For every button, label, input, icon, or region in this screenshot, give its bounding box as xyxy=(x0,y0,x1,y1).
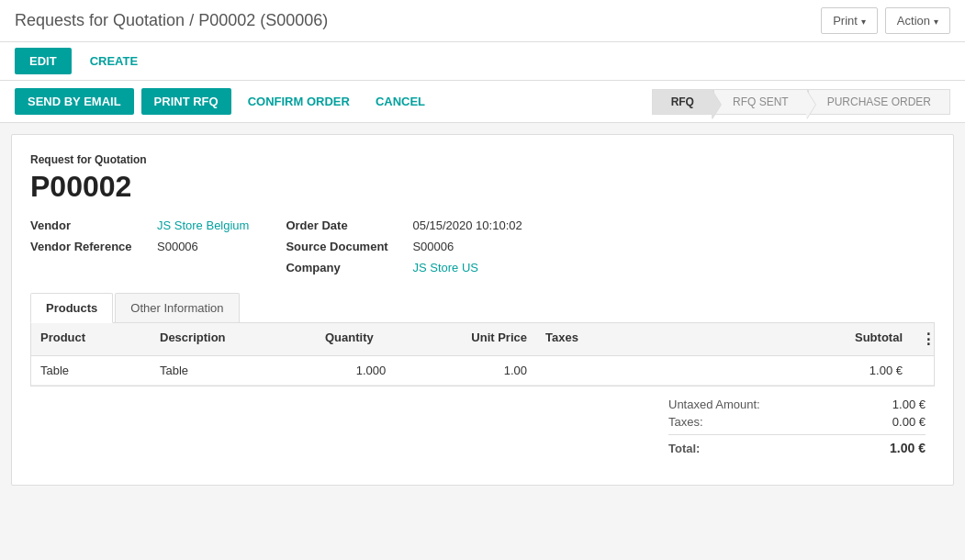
products-table: Product Description Quantity Unit Price … xyxy=(30,323,935,386)
document-type-label: Request for Quotation xyxy=(30,153,935,166)
col-taxes: Taxes xyxy=(536,323,628,355)
confirm-order-button[interactable]: CONFIRM ORDER xyxy=(239,88,359,115)
edit-button[interactable]: EDIT xyxy=(15,48,72,74)
fields-right: Order Date 05/15/2020 10:10:02 Source Do… xyxy=(286,218,522,274)
vendor-field: Vendor JS Store Belgium xyxy=(30,218,249,232)
vendor-label: Vendor xyxy=(30,218,150,232)
action-chevron-icon xyxy=(934,14,938,28)
order-date-value: 05/15/2020 10:10:02 xyxy=(412,218,522,232)
source-document-field: Source Document S00006 xyxy=(286,240,522,253)
source-document-label: Source Document xyxy=(286,240,405,253)
tab-other-information[interactable]: Other Information xyxy=(115,293,239,322)
fields-left: Vendor JS Store Belgium Vendor Reference… xyxy=(30,218,249,274)
col-product: Product xyxy=(31,323,151,355)
status-steps: RFQ RFQ SENT PURCHASE ORDER xyxy=(652,89,950,115)
print-rfq-button[interactable]: PRINT RFQ xyxy=(141,88,231,115)
breadcrumb-separator: / xyxy=(189,11,194,29)
send-email-button[interactable]: SEND BY EMAIL xyxy=(15,88,134,115)
cell-taxes xyxy=(536,356,628,385)
action-bar: EDIT CREATE xyxy=(0,42,965,81)
create-button[interactable]: CREATE xyxy=(79,48,149,74)
workflow-bar: SEND BY EMAIL PRINT RFQ CONFIRM ORDER CA… xyxy=(0,81,965,123)
grand-total-row: Total: 1.00 € xyxy=(668,434,926,455)
cell-unit-price: 1.00 xyxy=(426,356,536,385)
action-button[interactable]: Action xyxy=(885,7,950,34)
workflow-buttons: SEND BY EMAIL PRINT RFQ CONFIRM ORDER CA… xyxy=(15,88,652,115)
document-number: P00002 xyxy=(30,170,935,204)
cancel-button[interactable]: CANCEL xyxy=(366,88,434,115)
col-subtotal: Subtotal xyxy=(628,323,912,355)
cell-quantity: 1.000 xyxy=(316,356,426,385)
vendor-value[interactable]: JS Store Belgium xyxy=(157,218,249,232)
cell-description: Table xyxy=(151,356,316,385)
cell-row-action xyxy=(912,356,934,385)
company-label: Company xyxy=(286,261,405,274)
breadcrumb-current: P00002 (S00006) xyxy=(198,11,328,29)
vendor-reference-value: S00006 xyxy=(157,240,198,253)
taxes-value: 0.00 € xyxy=(852,415,926,429)
col-quantity: Quantity xyxy=(316,323,426,355)
total-label: Total: xyxy=(668,442,700,455)
print-button[interactable]: Print xyxy=(821,7,878,34)
totals-table: Untaxed Amount: 1.00 € Taxes: 0.00 € Tot… xyxy=(668,398,926,455)
totals-section: Untaxed Amount: 1.00 € Taxes: 0.00 € Tot… xyxy=(30,386,935,466)
taxes-row: Taxes: 0.00 € xyxy=(668,415,926,429)
cell-subtotal: 1.00 € xyxy=(628,356,912,385)
step-rfq-sent: RFQ SENT xyxy=(713,89,808,115)
table-header: Product Description Quantity Unit Price … xyxy=(31,323,934,356)
print-chevron-icon xyxy=(861,14,866,28)
breadcrumb-parent[interactable]: Requests for Quotation xyxy=(15,11,185,29)
tab-products[interactable]: Products xyxy=(30,293,113,323)
untaxed-label: Untaxed Amount: xyxy=(668,398,760,411)
fields-section: Vendor JS Store Belgium Vendor Reference… xyxy=(30,218,935,274)
step-rfq: RFQ xyxy=(652,89,713,115)
col-actions: ⋮ xyxy=(912,323,934,355)
taxes-label: Taxes: xyxy=(668,415,703,429)
company-field: Company JS Store US xyxy=(286,261,522,274)
untaxed-amount-row: Untaxed Amount: 1.00 € xyxy=(668,398,926,411)
top-bar-actions: Print Action xyxy=(821,7,950,34)
order-date-field: Order Date 05/15/2020 10:10:02 xyxy=(286,218,522,232)
untaxed-value: 1.00 € xyxy=(852,398,926,411)
vendor-reference-field: Vendor Reference S00006 xyxy=(30,240,249,253)
col-unit-price: Unit Price xyxy=(426,323,536,355)
vendor-reference-label: Vendor Reference xyxy=(30,240,150,253)
total-value: 1.00 € xyxy=(852,441,926,455)
source-document-value: S00006 xyxy=(412,240,454,253)
col-actions-icon[interactable]: ⋮ xyxy=(921,331,936,347)
main-content: Request for Quotation P00002 Vendor JS S… xyxy=(11,134,954,486)
table-row[interactable]: Table Table 1.000 1.00 1.00 € xyxy=(31,356,934,386)
tabs: Products Other Information xyxy=(30,293,935,323)
company-value[interactable]: JS Store US xyxy=(412,261,478,274)
top-bar: Requests for Quotation / P00002 (S00006)… xyxy=(0,0,965,42)
cell-product: Table xyxy=(31,356,151,385)
col-description: Description xyxy=(151,323,316,355)
breadcrumb: Requests for Quotation / P00002 (S00006) xyxy=(15,11,328,30)
step-purchase-order: PURCHASE ORDER xyxy=(808,89,950,115)
order-date-label: Order Date xyxy=(286,218,405,232)
